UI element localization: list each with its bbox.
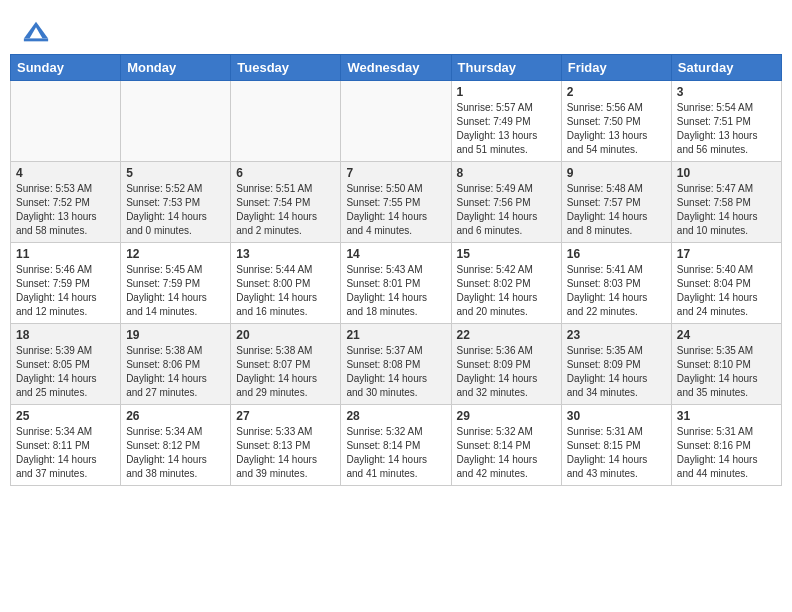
day-info: Sunrise: 5:49 AMSunset: 7:56 PMDaylight:… <box>457 182 556 238</box>
day-number: 17 <box>677 247 776 261</box>
calendar-day-cell: 21Sunrise: 5:37 AMSunset: 8:08 PMDayligh… <box>341 324 451 405</box>
calendar-day-cell: 18Sunrise: 5:39 AMSunset: 8:05 PMDayligh… <box>11 324 121 405</box>
weekday-header: Thursday <box>451 55 561 81</box>
day-number: 30 <box>567 409 666 423</box>
calendar-day-cell: 7Sunrise: 5:50 AMSunset: 7:55 PMDaylight… <box>341 162 451 243</box>
calendar-week-row: 18Sunrise: 5:39 AMSunset: 8:05 PMDayligh… <box>11 324 782 405</box>
day-info: Sunrise: 5:37 AMSunset: 8:08 PMDaylight:… <box>346 344 445 400</box>
day-info: Sunrise: 5:36 AMSunset: 8:09 PMDaylight:… <box>457 344 556 400</box>
day-number: 20 <box>236 328 335 342</box>
calendar-day-cell: 27Sunrise: 5:33 AMSunset: 8:13 PMDayligh… <box>231 405 341 486</box>
day-info: Sunrise: 5:40 AMSunset: 8:04 PMDaylight:… <box>677 263 776 319</box>
day-number: 29 <box>457 409 556 423</box>
calendar-day-cell: 5Sunrise: 5:52 AMSunset: 7:53 PMDaylight… <box>121 162 231 243</box>
calendar-day-cell: 17Sunrise: 5:40 AMSunset: 8:04 PMDayligh… <box>671 243 781 324</box>
day-info: Sunrise: 5:44 AMSunset: 8:00 PMDaylight:… <box>236 263 335 319</box>
day-info: Sunrise: 5:34 AMSunset: 8:12 PMDaylight:… <box>126 425 225 481</box>
day-number: 21 <box>346 328 445 342</box>
day-info: Sunrise: 5:52 AMSunset: 7:53 PMDaylight:… <box>126 182 225 238</box>
day-info: Sunrise: 5:32 AMSunset: 8:14 PMDaylight:… <box>457 425 556 481</box>
calendar-table: SundayMondayTuesdayWednesdayThursdayFrid… <box>10 54 782 486</box>
day-number: 31 <box>677 409 776 423</box>
calendar-week-row: 1Sunrise: 5:57 AMSunset: 7:49 PMDaylight… <box>11 81 782 162</box>
day-info: Sunrise: 5:51 AMSunset: 7:54 PMDaylight:… <box>236 182 335 238</box>
day-number: 16 <box>567 247 666 261</box>
calendar-day-cell: 24Sunrise: 5:35 AMSunset: 8:10 PMDayligh… <box>671 324 781 405</box>
day-info: Sunrise: 5:35 AMSunset: 8:09 PMDaylight:… <box>567 344 666 400</box>
calendar-day-cell: 11Sunrise: 5:46 AMSunset: 7:59 PMDayligh… <box>11 243 121 324</box>
day-number: 25 <box>16 409 115 423</box>
weekday-header: Friday <box>561 55 671 81</box>
weekday-header: Monday <box>121 55 231 81</box>
day-info: Sunrise: 5:35 AMSunset: 8:10 PMDaylight:… <box>677 344 776 400</box>
day-number: 6 <box>236 166 335 180</box>
calendar-day-cell: 28Sunrise: 5:32 AMSunset: 8:14 PMDayligh… <box>341 405 451 486</box>
day-info: Sunrise: 5:33 AMSunset: 8:13 PMDaylight:… <box>236 425 335 481</box>
day-info: Sunrise: 5:48 AMSunset: 7:57 PMDaylight:… <box>567 182 666 238</box>
day-number: 22 <box>457 328 556 342</box>
calendar-header-row: SundayMondayTuesdayWednesdayThursdayFrid… <box>11 55 782 81</box>
day-info: Sunrise: 5:43 AMSunset: 8:01 PMDaylight:… <box>346 263 445 319</box>
day-info: Sunrise: 5:32 AMSunset: 8:14 PMDaylight:… <box>346 425 445 481</box>
logo-icon <box>22 18 50 46</box>
day-number: 8 <box>457 166 556 180</box>
calendar-week-row: 4Sunrise: 5:53 AMSunset: 7:52 PMDaylight… <box>11 162 782 243</box>
day-number: 14 <box>346 247 445 261</box>
weekday-header: Sunday <box>11 55 121 81</box>
day-info: Sunrise: 5:31 AMSunset: 8:15 PMDaylight:… <box>567 425 666 481</box>
day-number: 12 <box>126 247 225 261</box>
day-number: 5 <box>126 166 225 180</box>
day-info: Sunrise: 5:34 AMSunset: 8:11 PMDaylight:… <box>16 425 115 481</box>
day-info: Sunrise: 5:53 AMSunset: 7:52 PMDaylight:… <box>16 182 115 238</box>
calendar-day-cell: 20Sunrise: 5:38 AMSunset: 8:07 PMDayligh… <box>231 324 341 405</box>
svg-rect-2 <box>24 39 48 42</box>
logo <box>22 18 54 46</box>
day-number: 23 <box>567 328 666 342</box>
calendar-day-cell: 14Sunrise: 5:43 AMSunset: 8:01 PMDayligh… <box>341 243 451 324</box>
day-number: 3 <box>677 85 776 99</box>
day-number: 19 <box>126 328 225 342</box>
day-number: 28 <box>346 409 445 423</box>
calendar-day-cell: 15Sunrise: 5:42 AMSunset: 8:02 PMDayligh… <box>451 243 561 324</box>
calendar-day-cell: 9Sunrise: 5:48 AMSunset: 7:57 PMDaylight… <box>561 162 671 243</box>
calendar-day-cell: 8Sunrise: 5:49 AMSunset: 7:56 PMDaylight… <box>451 162 561 243</box>
calendar-day-cell: 3Sunrise: 5:54 AMSunset: 7:51 PMDaylight… <box>671 81 781 162</box>
calendar-day-cell: 30Sunrise: 5:31 AMSunset: 8:15 PMDayligh… <box>561 405 671 486</box>
day-number: 24 <box>677 328 776 342</box>
day-info: Sunrise: 5:57 AMSunset: 7:49 PMDaylight:… <box>457 101 556 157</box>
calendar-day-cell: 19Sunrise: 5:38 AMSunset: 8:06 PMDayligh… <box>121 324 231 405</box>
weekday-header: Wednesday <box>341 55 451 81</box>
calendar-day-cell <box>121 81 231 162</box>
weekday-header: Saturday <box>671 55 781 81</box>
calendar-day-cell: 10Sunrise: 5:47 AMSunset: 7:58 PMDayligh… <box>671 162 781 243</box>
calendar-day-cell: 2Sunrise: 5:56 AMSunset: 7:50 PMDaylight… <box>561 81 671 162</box>
day-info: Sunrise: 5:47 AMSunset: 7:58 PMDaylight:… <box>677 182 776 238</box>
day-info: Sunrise: 5:56 AMSunset: 7:50 PMDaylight:… <box>567 101 666 157</box>
calendar-day-cell: 12Sunrise: 5:45 AMSunset: 7:59 PMDayligh… <box>121 243 231 324</box>
page-header <box>10 10 782 50</box>
day-number: 7 <box>346 166 445 180</box>
calendar-day-cell: 29Sunrise: 5:32 AMSunset: 8:14 PMDayligh… <box>451 405 561 486</box>
day-info: Sunrise: 5:41 AMSunset: 8:03 PMDaylight:… <box>567 263 666 319</box>
day-number: 26 <box>126 409 225 423</box>
calendar-day-cell: 22Sunrise: 5:36 AMSunset: 8:09 PMDayligh… <box>451 324 561 405</box>
calendar-day-cell: 1Sunrise: 5:57 AMSunset: 7:49 PMDaylight… <box>451 81 561 162</box>
calendar-day-cell: 4Sunrise: 5:53 AMSunset: 7:52 PMDaylight… <box>11 162 121 243</box>
calendar-day-cell <box>11 81 121 162</box>
day-info: Sunrise: 5:31 AMSunset: 8:16 PMDaylight:… <box>677 425 776 481</box>
calendar-day-cell: 31Sunrise: 5:31 AMSunset: 8:16 PMDayligh… <box>671 405 781 486</box>
day-info: Sunrise: 5:38 AMSunset: 8:06 PMDaylight:… <box>126 344 225 400</box>
day-number: 9 <box>567 166 666 180</box>
day-info: Sunrise: 5:38 AMSunset: 8:07 PMDaylight:… <box>236 344 335 400</box>
calendar-week-row: 25Sunrise: 5:34 AMSunset: 8:11 PMDayligh… <box>11 405 782 486</box>
day-info: Sunrise: 5:42 AMSunset: 8:02 PMDaylight:… <box>457 263 556 319</box>
calendar-day-cell <box>341 81 451 162</box>
calendar-week-row: 11Sunrise: 5:46 AMSunset: 7:59 PMDayligh… <box>11 243 782 324</box>
day-info: Sunrise: 5:46 AMSunset: 7:59 PMDaylight:… <box>16 263 115 319</box>
day-info: Sunrise: 5:39 AMSunset: 8:05 PMDaylight:… <box>16 344 115 400</box>
day-info: Sunrise: 5:50 AMSunset: 7:55 PMDaylight:… <box>346 182 445 238</box>
day-number: 2 <box>567 85 666 99</box>
day-number: 1 <box>457 85 556 99</box>
day-number: 27 <box>236 409 335 423</box>
calendar-day-cell: 25Sunrise: 5:34 AMSunset: 8:11 PMDayligh… <box>11 405 121 486</box>
